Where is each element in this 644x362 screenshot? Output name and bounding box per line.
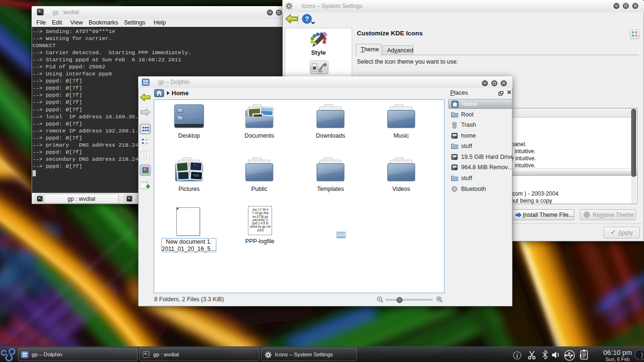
svg-text:?: ? [305, 15, 309, 23]
svg-text:i: i [516, 353, 518, 359]
